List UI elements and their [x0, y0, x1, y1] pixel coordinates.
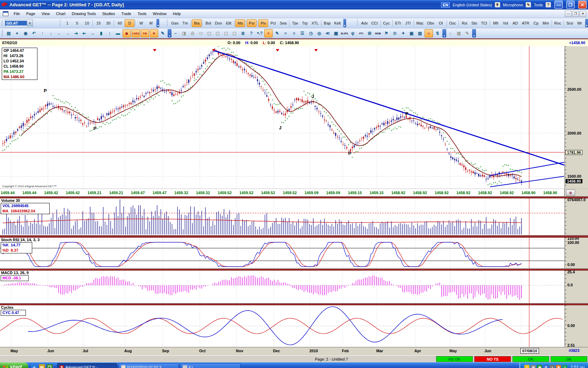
child-minimize-button[interactable]: —: [565, 11, 572, 17]
timeframe-d[interactable]: D: [125, 19, 134, 27]
home-icon[interactable]: ⌂: [447, 29, 454, 37]
grid-dots-icon[interactable]: ▦: [122, 29, 131, 38]
study-ellt[interactable]: Ellt: [224, 19, 233, 27]
grid-blue-icon[interactable]: ⊞: [366, 29, 373, 37]
page-1-icon[interactable]: ▢: [205, 29, 213, 37]
page-2-icon[interactable]: ▢: [214, 29, 222, 37]
study-bap[interactable]: Bap: [322, 19, 332, 27]
indicator-mac[interactable]: Mac: [415, 19, 426, 27]
expand-vertical-icon[interactable]: ↕: [106, 29, 113, 37]
study-sea[interactable]: Sea: [278, 19, 288, 27]
indicator-wr[interactable]: Wr: [575, 19, 584, 27]
close-button[interactable]: ✕: [578, 1, 587, 9]
cycles-panel[interactable]: Cycles CYC 0.47: [0, 305, 565, 347]
camera-icon[interactable]: ◨: [180, 29, 188, 37]
microphone-label[interactable]: Microphone: [503, 3, 523, 7]
langbar-tools-icon[interactable]: ✎: [526, 2, 531, 7]
start-button[interactable]: start: [0, 362, 28, 368]
step-back-icon[interactable]: ⇤: [80, 29, 88, 37]
menu-help[interactable]: Help: [170, 11, 184, 17]
menu-chart[interactable]: Chart: [53, 11, 69, 17]
usb-device-icon[interactable]: ⇄: [531, 365, 536, 368]
study-pcl[interactable]: Pcl: [268, 19, 278, 27]
studies-dropdown-icon[interactable]: ▼: [343, 19, 346, 27]
indicator-adx[interactable]: Adx: [359, 19, 370, 27]
study-tm[interactable]: Tm: [180, 19, 190, 27]
properties-icon[interactable]: ✎: [159, 29, 167, 37]
task-button[interactable]: ▭F:\: [180, 363, 240, 368]
compress-vertical-icon[interactable]: ▬: [114, 29, 122, 37]
indicators-dropdown-icon[interactable]: ▼: [585, 19, 588, 27]
pti-icon[interactable]: PTI: [357, 29, 365, 37]
indicator-etr[interactable]: ETr: [393, 19, 403, 27]
language-indicator[interactable]: EN: [441, 2, 450, 8]
price-chart[interactable]: OP 1454.47 HI 1473.26 LO 1452.34 CL 1458…: [0, 46, 565, 189]
lines-icon[interactable]: LINES: [132, 29, 140, 38]
child-close-button[interactable]: ✕: [580, 11, 586, 17]
timeframe-w[interactable]: W: [136, 19, 146, 27]
toolbar-grip[interactable]: [2, 20, 2, 27]
dropdown-icon[interactable]: ▾: [168, 29, 172, 38]
menu-tools[interactable]: Tools: [134, 11, 150, 17]
indicator-osc[interactable]: Osc: [448, 19, 458, 27]
timeframe-60[interactable]: 60: [115, 19, 125, 27]
indicator-obv[interactable]: Obv: [425, 19, 436, 27]
indicator-vol[interactable]: Vol: [500, 19, 510, 27]
study-ma[interactable]: Ma: [235, 19, 245, 27]
record-icon[interactable]: ◉: [22, 29, 29, 37]
crosshair-icon[interactable]: ✚: [150, 29, 158, 38]
compress-horizontal-icon[interactable]: ▮: [97, 29, 105, 37]
toolbar-grip[interactable]: [167, 20, 168, 27]
print-spooler-icon[interactable]: R: [543, 365, 548, 368]
task-button[interactable]: ▤[07/02/2010 07:02:3...: [119, 363, 179, 368]
study-piv[interactable]: Piv: [258, 19, 268, 27]
target-icon[interactable]: ◎: [315, 29, 323, 37]
help-icon[interactable]: ?: [247, 29, 255, 37]
mail-icon[interactable]: ✉: [39, 364, 45, 368]
step-forward-icon[interactable]: ⇥: [72, 29, 80, 37]
child-restore-button[interactable]: ❐: [572, 11, 579, 17]
arrow-right-icon[interactable]: →: [64, 29, 71, 37]
levels-icon[interactable]: ☰: [299, 29, 306, 37]
fractal-icon[interactable]: ψ: [349, 29, 357, 37]
toolbar-grip[interactable]: [357, 20, 358, 27]
copy-squares-icon[interactable]: ▣: [408, 29, 415, 37]
ellipse-tool-icon[interactable]: ⬭: [197, 29, 205, 37]
toolbar-grip[interactable]: [60, 20, 61, 27]
timeframe-10[interactable]: 10: [82, 19, 92, 27]
chevron-down-icon[interactable]: ▼: [27, 20, 33, 26]
indicator-cci[interactable]: CCI: [370, 19, 380, 27]
time-axis[interactable]: MayJunJulAugSepOctNovDec2010FebMarAprMay…: [0, 347, 588, 355]
page-3-icon[interactable]: ▢: [222, 29, 230, 37]
indicator-cyc[interactable]: Cyc: [382, 19, 392, 27]
panel-separator[interactable]: [0, 235, 588, 238]
study-trp[interactable]: Trp: [300, 19, 310, 27]
indicator-tci[interactable]: TCI: [479, 19, 489, 27]
symbol-search-icon[interactable]: ⌖: [13, 29, 21, 37]
study-psr[interactable]: Psr: [247, 19, 257, 27]
menu-view[interactable]: View: [38, 11, 53, 17]
mdi-child-icon[interactable]: [3, 11, 8, 16]
page-props-icon[interactable]: ✎: [463, 29, 471, 37]
study-bia[interactable]: Bia: [192, 19, 202, 27]
study-gan[interactable]: Gan: [169, 19, 180, 27]
bars-icon[interactable]: ≡: [290, 29, 298, 37]
back-icon[interactable]: ↶: [30, 29, 38, 37]
indicator-srsi[interactable]: Srsi: [565, 19, 575, 27]
indicator-jti[interactable]: JTI: [403, 19, 413, 27]
timeframe-m[interactable]: M: [146, 19, 156, 27]
clock-check-icon[interactable]: ◷: [307, 29, 315, 37]
context-help-icon[interactable]: ↖?: [256, 29, 264, 37]
indicator-oi[interactable]: OI: [436, 19, 446, 27]
timeframe-15[interactable]: 15: [93, 19, 103, 27]
indicator-rsi[interactable]: Rsi: [460, 19, 469, 27]
flag-icon[interactable]: ⚑: [383, 29, 390, 37]
indicator-roc[interactable]: Roc: [553, 19, 563, 27]
study-tjw[interactable]: Tjw: [290, 19, 300, 27]
chart-settings-button[interactable]: ▦: [566, 190, 575, 196]
indicator-sto[interactable]: Sto: [469, 19, 479, 27]
menu-page[interactable]: Page: [23, 11, 38, 17]
converge-arrows-icon[interactable]: ≪: [324, 29, 331, 37]
grid-icon[interactable]: ▦: [332, 29, 340, 37]
magnet-icon[interactable]: U: [425, 29, 433, 38]
